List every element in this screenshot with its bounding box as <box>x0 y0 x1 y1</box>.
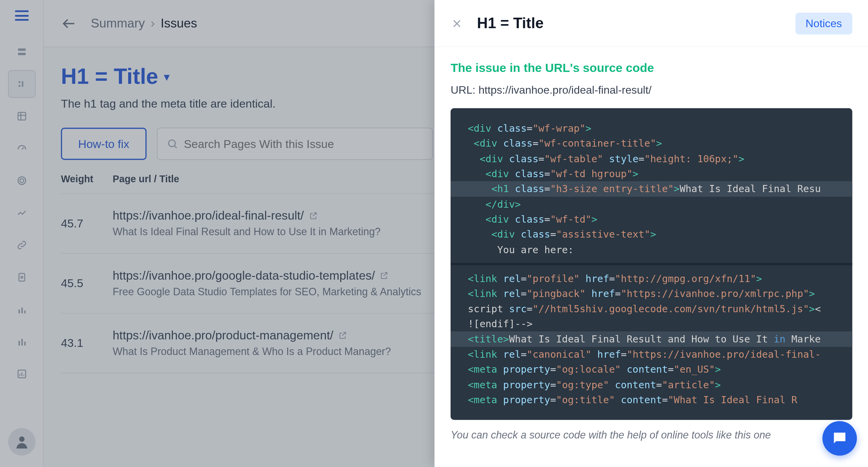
source-code-heading: The issue in the URL's source code <box>451 61 852 75</box>
side-panel: H1 = Title Notices The issue in the URL'… <box>434 0 868 467</box>
app-root: Summary › Issues H1 = Title ▾ The h1 tag… <box>0 0 868 467</box>
panel-header: H1 = Title Notices <box>434 0 868 47</box>
close-icon[interactable] <box>451 17 463 30</box>
source-code-block: <div class="wf-wrap"> <div class="wf-con… <box>451 108 852 420</box>
panel-footer-note: You can check a source code with the hel… <box>451 429 852 442</box>
panel-body: The issue in the URL's source code URL: … <box>434 47 868 467</box>
panel-title: H1 = Title <box>477 14 795 32</box>
chat-launcher[interactable] <box>823 421 857 456</box>
chat-icon <box>831 430 848 447</box>
panel-url: URL: https://ivanhoe.pro/ideal-final-res… <box>451 84 852 96</box>
notices-badge[interactable]: Notices <box>795 12 852 34</box>
